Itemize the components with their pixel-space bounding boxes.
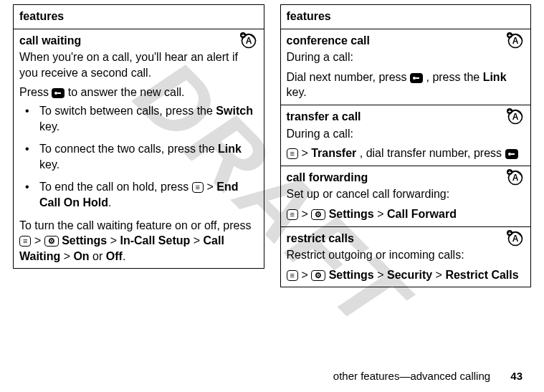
- restrict-calls-label: Restrict Calls: [445, 269, 518, 281]
- call-forward-label: Call Forward: [387, 208, 457, 220]
- menu-key-icon: [287, 148, 298, 159]
- svg-text:A: A: [245, 36, 252, 46]
- menu-key-icon: [287, 270, 298, 281]
- gt: >: [34, 234, 44, 247]
- svg-text:+: +: [508, 230, 512, 236]
- gt: >: [377, 269, 387, 281]
- send-key-icon: [505, 149, 518, 159]
- right-header: features: [280, 5, 531, 29]
- text: To turn the call waiting feature on or o…: [19, 219, 251, 231]
- cf-paragraph-1: Set up or cancel call forwarding:: [287, 186, 525, 202]
- gt: >: [64, 250, 74, 262]
- settings-label: Settings: [62, 234, 107, 247]
- svg-point-10: [413, 77, 416, 80]
- call-waiting-cell: A + call waiting When you're on a call, …: [14, 29, 264, 269]
- link-key-label: Link: [483, 71, 507, 83]
- cw-paragraph-3: To turn the call waiting feature on or o…: [19, 218, 258, 264]
- cc-paragraph-2: Dial next number, press , press the Link…: [287, 70, 525, 100]
- gt: >: [436, 269, 446, 281]
- cw-bullet-2: To connect the two calls, press the Link…: [39, 141, 258, 172]
- tools-key-icon: [44, 236, 59, 247]
- menu-key-icon: [19, 236, 31, 247]
- transfer-label: Transfer: [311, 147, 356, 159]
- text: , press the: [426, 71, 482, 83]
- conference-call-cell: A + conference call During a call: Dial …: [280, 29, 531, 105]
- settings-label: Settings: [329, 208, 374, 220]
- off-label: Off: [106, 250, 123, 262]
- call-waiting-title: call waiting: [19, 33, 258, 49]
- gt: >: [110, 234, 120, 247]
- text: key.: [39, 120, 59, 133]
- page-number: 43: [510, 370, 522, 382]
- send-key-icon: [410, 73, 423, 83]
- footer-text: other features—advanced calling: [333, 370, 490, 382]
- transfer-call-title: transfer a call: [287, 109, 525, 125]
- restrict-calls-title: restrict calls: [287, 231, 525, 247]
- network-feature-icon: A +: [505, 107, 525, 125]
- svg-point-4: [54, 92, 57, 95]
- gt: >: [301, 269, 311, 281]
- svg-text:A: A: [512, 36, 519, 46]
- two-column-layout: features A + call waiting When you're on…: [0, 0, 544, 287]
- right-column: features A + conference call During a ca…: [280, 4, 532, 287]
- gt: >: [194, 234, 204, 247]
- in-call-setup-label: In-Call Setup: [120, 234, 191, 247]
- text: To switch between calls, press the: [39, 105, 216, 117]
- switch-key-label: Switch: [216, 105, 253, 117]
- svg-text:+: +: [508, 32, 512, 39]
- call-forwarding-title: call forwarding: [287, 170, 525, 186]
- rc-paragraph-1: Restrict outgoing or incoming calls:: [287, 247, 525, 263]
- transfer-call-cell: A + transfer a call During a call: > Tra…: [280, 105, 531, 166]
- text: or: [92, 250, 106, 262]
- text: To end the call on hold, press: [39, 181, 192, 193]
- cw-bullet-3: To end the call on hold, press > End Cal…: [39, 179, 258, 210]
- rc-paragraph-2: > Settings > Security > Restrict Calls: [287, 267, 525, 283]
- on-label: On: [73, 250, 89, 262]
- tc-paragraph-2: > Transfer , dial transfer number, press: [287, 145, 525, 161]
- settings-label: Settings: [329, 269, 374, 281]
- security-label: Security: [387, 269, 432, 281]
- cw-paragraph-1: When you're on a call, you'll hear an al…: [19, 49, 258, 80]
- svg-rect-17: [511, 153, 515, 155]
- cf-paragraph-2: > Settings > Call Forward: [287, 206, 525, 222]
- network-feature-icon: A +: [505, 168, 525, 186]
- network-feature-icon: A +: [505, 229, 525, 247]
- text: Press: [19, 86, 52, 98]
- text: to answer the new call.: [68, 86, 185, 98]
- network-feature-icon: A +: [505, 32, 525, 49]
- right-table: features A + conference call During a ca…: [280, 4, 532, 287]
- tc-paragraph-1: During a call:: [287, 126, 525, 142]
- gt: >: [301, 147, 311, 159]
- svg-text:A: A: [512, 234, 519, 244]
- link-key-label: Link: [218, 143, 242, 155]
- svg-text:A: A: [512, 112, 519, 122]
- gt: >: [206, 181, 216, 193]
- network-feature-icon: A +: [238, 32, 258, 49]
- left-header: features: [14, 5, 264, 29]
- text: key.: [39, 158, 59, 171]
- svg-text:+: +: [241, 32, 244, 39]
- svg-rect-11: [416, 77, 419, 79]
- svg-rect-5: [57, 92, 61, 94]
- tools-key-icon: [311, 209, 325, 220]
- cw-bullet-1: To switch between calls, press the Switc…: [39, 103, 258, 134]
- tools-key-icon: [311, 270, 325, 281]
- restrict-calls-cell: A + restrict calls Restrict outgoing or …: [280, 226, 531, 287]
- left-column: features A + call waiting When you're on…: [13, 4, 264, 287]
- svg-text:+: +: [508, 108, 512, 115]
- menu-key-icon: [192, 182, 204, 193]
- cw-paragraph-2: Press to answer the new call.: [19, 85, 258, 100]
- text: To connect the two calls, press the: [39, 143, 218, 155]
- cc-paragraph-1: During a call:: [287, 49, 525, 65]
- text: key.: [287, 86, 307, 98]
- svg-text:+: +: [508, 169, 512, 176]
- text: Dial next number, press: [287, 71, 411, 83]
- svg-text:A: A: [512, 173, 519, 183]
- gt: >: [301, 208, 311, 220]
- menu-key-icon: [287, 209, 298, 220]
- cw-bullet-list: To switch between calls, press the Switc…: [19, 103, 258, 211]
- page-footer: other features—advanced calling 43: [333, 370, 522, 382]
- send-key-icon: [52, 88, 65, 98]
- left-table: features A + call waiting When you're on…: [13, 4, 264, 269]
- gt: >: [377, 208, 387, 220]
